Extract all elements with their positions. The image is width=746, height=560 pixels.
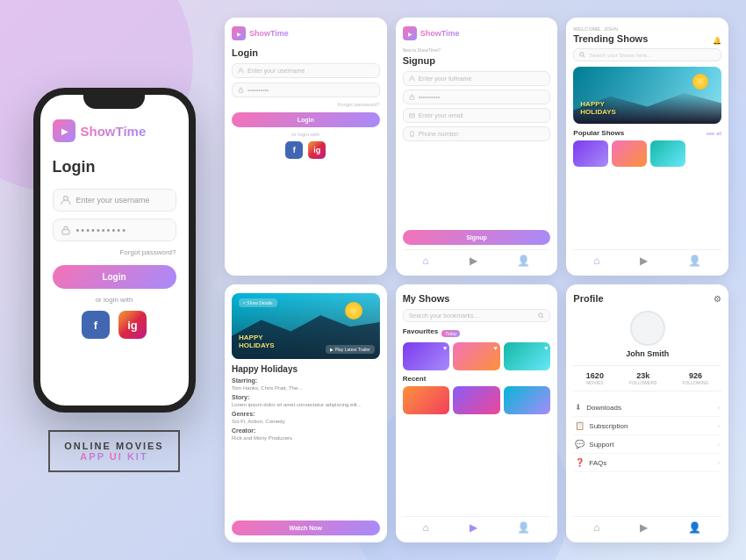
- menu-faqs[interactable]: ❓ FAQs ›: [573, 454, 721, 472]
- nav-user-icon[interactable]: 👤: [517, 255, 530, 267]
- my-shows-search-bar[interactable]: Search your bookmarks...: [403, 309, 551, 322]
- svg-point-9: [580, 53, 584, 56]
- stat-followers: 23k Followers: [629, 371, 656, 385]
- stats-row: 1620 Movies 23k Followers 926 Following: [573, 365, 721, 391]
- signup-screen-brand: ShowTime: [403, 26, 551, 40]
- recent-card-3[interactable]: [504, 386, 551, 414]
- screen-profile: Profile ⚙ John Smith 1620 Movies 23k Fol…: [566, 284, 728, 542]
- forgot-password-text[interactable]: Forgot password?: [53, 248, 176, 256]
- screen-trending: WELCOME, JOHN Trending Shows 🔔 Search yo…: [566, 18, 728, 276]
- show-thumb-2[interactable]: [612, 140, 647, 167]
- nav-play-profile[interactable]: ▶: [640, 521, 648, 534]
- mini-user-icon: [238, 68, 244, 74]
- instagram-login-button[interactable]: ig: [118, 311, 147, 339]
- fav-card-3[interactable]: ♥: [504, 342, 551, 370]
- downloads-arrow: ›: [718, 405, 720, 411]
- see-all-link[interactable]: see all: [707, 131, 721, 136]
- story-label: Story:: [232, 394, 380, 400]
- trending-hero-banner[interactable]: HAPPY HOLIDAYS: [573, 67, 721, 124]
- screen-movie-detail: < Show Details HAPPY HOLIDAYS ▶ Play Lat…: [225, 284, 387, 542]
- svg-point-10: [539, 313, 542, 317]
- support-label: Support: [589, 441, 613, 449]
- username-placeholder: Enter your username: [76, 196, 150, 205]
- fav-card-2[interactable]: ♥: [453, 342, 500, 370]
- profile-title: Profile: [573, 293, 603, 304]
- notification-icon[interactable]: 🔔: [713, 37, 721, 45]
- login-ig-btn[interactable]: ig: [308, 141, 326, 159]
- signup-bottom-nav: ⌂ ▶ 👤: [403, 249, 551, 269]
- trending-title: Trending Shows: [573, 33, 648, 44]
- screens-grid: ShowTime Login Enter your username •••••…: [225, 18, 728, 542]
- profile-menu: ⬇ Downloads › 📋 Subscription › 💬 Suppo: [573, 398, 721, 472]
- stat-followers-val: 23k: [629, 371, 656, 380]
- mini-brand-name: ShowTime: [249, 29, 289, 38]
- subscription-icon: 📋: [575, 421, 585, 430]
- login-password-input[interactable]: ••••••••••: [232, 83, 380, 97]
- login-username-input[interactable]: Enter your username: [232, 63, 380, 78]
- heart-icon-1: ♥: [443, 345, 447, 351]
- new-to-showtime: New to ShowTime?: [403, 47, 551, 53]
- stat-followers-label: Followers: [629, 380, 656, 385]
- brand-label-line2: APP UI KIT: [64, 451, 163, 462]
- brand-label-box: ONLINE MOVIES APP UI KIT: [48, 430, 179, 472]
- nav-user-myshows[interactable]: 👤: [517, 521, 530, 534]
- facebook-login-button[interactable]: f: [82, 311, 110, 339]
- my-shows-search-icon: [538, 312, 544, 319]
- menu-subscription[interactable]: 📋 Subscription ›: [573, 417, 721, 435]
- menu-support[interactable]: 💬 Support ›: [573, 435, 721, 454]
- nav-play-trending[interactable]: ▶: [640, 255, 648, 267]
- main-layout: ShowTime Login Enter your username •••••…: [0, 0, 746, 560]
- recent-card-1[interactable]: [403, 386, 450, 414]
- creator-val: Rick and Morty Producers: [232, 435, 380, 441]
- brand-icon: [53, 119, 75, 142]
- nav-home-trending[interactable]: ⌂: [593, 255, 599, 267]
- faqs-icon: ❓: [575, 458, 585, 467]
- login-fb-btn[interactable]: f: [285, 141, 303, 159]
- show-details-badge[interactable]: < Show Details: [239, 298, 277, 307]
- phone-username-field[interactable]: Enter your username: [53, 189, 176, 212]
- show-thumb-1[interactable]: [573, 140, 608, 167]
- play-trailer-button[interactable]: ▶ Play Latest Trailer: [326, 345, 374, 354]
- screen-signup: ShowTime New to ShowTime? Signup Enter y…: [396, 18, 558, 276]
- login-forgot-text[interactable]: Forgot password?: [232, 102, 380, 107]
- nav-home-profile[interactable]: ⌂: [593, 521, 599, 534]
- svg-rect-5: [410, 97, 414, 99]
- phone-login-button[interactable]: Login: [53, 265, 176, 289]
- show-thumb-3[interactable]: [650, 140, 685, 167]
- recent-grid: [403, 386, 551, 414]
- avatar-section: John Smith: [573, 311, 721, 358]
- signup-phone-input[interactable]: Phone number: [403, 126, 551, 141]
- svg-rect-1: [62, 230, 69, 235]
- nav-user-trending[interactable]: 👤: [688, 255, 701, 267]
- screen-my-shows: My Shows Search your bookmarks... Favour…: [396, 284, 558, 542]
- login-or-text: or login with: [232, 132, 380, 137]
- brand-label-line1: ONLINE MOVIES: [64, 441, 163, 451]
- stat-following: 926 Following: [682, 371, 708, 385]
- signup-email-input[interactable]: Enter your email: [403, 108, 551, 123]
- settings-icon[interactable]: ⚙: [714, 294, 721, 304]
- login-password-placeholder: ••••••••••: [247, 87, 269, 93]
- login-screen-button[interactable]: Login: [232, 112, 380, 127]
- nav-home-icon[interactable]: ⌂: [423, 255, 429, 267]
- trending-search-bar[interactable]: Search your Shows here...: [573, 48, 721, 61]
- nav-user-profile[interactable]: 👤: [688, 521, 701, 534]
- signup-fullname-input[interactable]: Enter your fullname: [403, 71, 551, 86]
- login-social-buttons: f ig: [232, 141, 380, 159]
- signup-button[interactable]: Signup: [403, 230, 551, 245]
- stat-movies-val: 1620: [586, 371, 604, 380]
- phone-password-field[interactable]: ••••••••••: [53, 219, 176, 241]
- menu-downloads[interactable]: ⬇ Downloads ›: [573, 398, 721, 417]
- recent-card-2[interactable]: [453, 386, 500, 414]
- fav-card-1[interactable]: ♥: [403, 342, 450, 370]
- signup-password-input[interactable]: ••••••••••: [403, 90, 551, 104]
- nav-play-icon[interactable]: ▶: [470, 255, 477, 267]
- watch-now-button[interactable]: Watch Now: [232, 521, 380, 535]
- nav-play-myshows[interactable]: ▶: [470, 521, 477, 534]
- nav-home-myshows[interactable]: ⌂: [423, 521, 429, 534]
- starring-val: Tom Hanks, Chris Pratt, The...: [232, 385, 380, 391]
- hero-text: HAPPY HOLIDAYS: [580, 101, 616, 117]
- signup-phone-placeholder: Phone number: [419, 131, 459, 137]
- social-buttons: f ig: [53, 311, 176, 339]
- faqs-label: FAQs: [589, 459, 606, 467]
- movie-sun: [345, 302, 362, 319]
